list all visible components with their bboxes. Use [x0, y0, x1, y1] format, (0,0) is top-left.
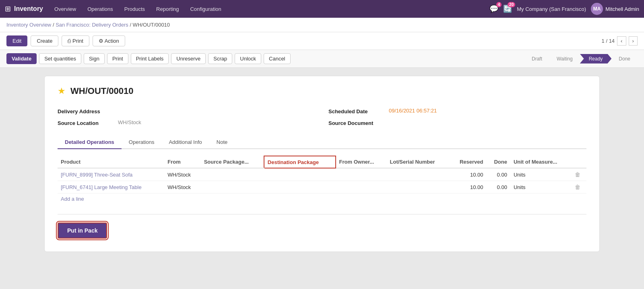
unlock-button[interactable]: Unlock [235, 53, 261, 64]
app-name: Inventory [14, 5, 43, 12]
table-row: [FURN_6741] Large Meeting Table WH/Stock… [58, 181, 586, 193]
menu-overview[interactable]: Overview [50, 4, 81, 15]
menu-operations[interactable]: Operations [83, 4, 118, 15]
breadcrumb-delivery-orders[interactable]: San Francisco: Delivery Orders [56, 22, 128, 28]
source-document-field: Source Document [328, 119, 586, 126]
validate-button[interactable]: Validate [6, 53, 37, 64]
from-cell-1: WH/Stock [164, 168, 200, 181]
print-labels-print-button[interactable]: Print [107, 53, 128, 64]
print-button[interactable]: ⎙ Print [62, 35, 89, 46]
unit-cell-1: Units [510, 168, 572, 181]
col-done: Done [487, 156, 510, 168]
main-content: ★ WH/OUT/00010 Delivery Address Schedule… [0, 68, 644, 260]
destination-package-cell-1[interactable] [264, 168, 336, 181]
status-waiting: Waiting [549, 54, 580, 64]
tab-detailed-operations[interactable]: Detailed Operations [58, 136, 122, 149]
user-avatar: MA [591, 3, 603, 15]
card-title-row: ★ WH/OUT/00010 [58, 86, 586, 96]
menu-configuration[interactable]: Configuration [185, 4, 226, 15]
create-button[interactable]: Create [31, 35, 58, 46]
col-destination-package: Destination Package [264, 156, 336, 168]
username: Mitchell Admin [605, 6, 639, 12]
operations-table: Product From Source Package... Destinati… [58, 156, 586, 193]
prev-page-button[interactable]: ‹ [617, 36, 626, 46]
order-form: Delivery Address Scheduled Date 09/16/20… [58, 108, 586, 126]
app-logo[interactable]: ⊞ Inventory [5, 4, 43, 13]
breadcrumb-inventory[interactable]: Inventory Overview [6, 22, 51, 28]
source-document-label: Source Document [328, 119, 389, 126]
pagination-area: 1 / 14 ‹ › [602, 36, 638, 46]
product-cell-2[interactable]: [FURN_6741] Large Meeting Table [58, 181, 164, 193]
done-cell-1[interactable]: 0.00 [487, 168, 510, 181]
source-location-value[interactable]: WH/Stock [118, 119, 141, 125]
tab-operations[interactable]: Operations [122, 136, 162, 149]
menu-products[interactable]: Products [120, 4, 150, 15]
delivery-address-label: Delivery Address [58, 108, 118, 114]
updates-badge: 20 [508, 2, 515, 7]
col-lot-serial: Lot/Serial Number [387, 156, 450, 168]
col-from-owner: From Owner... [336, 156, 387, 168]
sign-button[interactable]: Sign [84, 53, 105, 64]
unreserve-button[interactable]: Unreserve [171, 53, 206, 64]
company-name: My Company (San Francisco) [517, 6, 586, 12]
edit-toolbar: Edit Create ⎙ Print ⚙ Action 1 / 14 ‹ › [0, 32, 644, 50]
col-unit: Unit of Measure... [510, 156, 572, 168]
source-package-cell-2 [201, 181, 264, 193]
lot-serial-cell-1 [387, 168, 450, 181]
add-line-button[interactable]: Add a line [58, 193, 87, 204]
main-menu: Overview Operations Products Reporting C… [50, 4, 489, 15]
pagination-text: 1 / 14 [602, 38, 615, 44]
col-reserved: Reserved [450, 156, 486, 168]
print-labels-button[interactable]: Print Labels [131, 53, 169, 64]
card-footer: Put in Pack [58, 214, 586, 239]
col-from: From [164, 156, 200, 168]
product-cell-1[interactable]: [FURN_8999] Three-Seat Sofa [58, 168, 164, 181]
source-package-cell-1 [201, 168, 264, 181]
tab-bar: Detailed Operations Operations Additiona… [58, 136, 586, 149]
status-draft: Draft [524, 54, 549, 64]
put-in-pack-button[interactable]: Put in Pack [58, 222, 107, 239]
edit-button[interactable]: Edit [6, 35, 27, 46]
table-row: [FURN_8999] Three-Seat Sofa WH/Stock 10.… [58, 168, 586, 181]
done-cell-2[interactable]: 0.00 [487, 181, 510, 193]
notifications-badge: 4 [496, 2, 502, 7]
favorite-star-icon[interactable]: ★ [58, 86, 66, 96]
from-cell-2: WH/Stock [164, 181, 200, 193]
scheduled-date-label: Scheduled Date [328, 108, 389, 114]
from-owner-cell-2 [336, 181, 387, 193]
destination-package-cell-2[interactable] [264, 181, 336, 193]
status-ready: Ready [580, 54, 612, 64]
menu-reporting[interactable]: Reporting [151, 4, 184, 15]
next-page-button[interactable]: › [629, 36, 638, 46]
col-source-package: Source Package... [201, 156, 264, 168]
source-location-label: Source Location [58, 119, 118, 126]
order-title: WH/OUT/00010 [70, 86, 134, 96]
scheduled-date-field: Scheduled Date 09/16/2021 06:57:21 [328, 108, 586, 114]
delivery-address-field: Delivery Address [58, 108, 316, 114]
cancel-button[interactable]: Cancel [264, 53, 290, 64]
source-location-field: Source Location WH/Stock [58, 119, 316, 126]
delete-row-1-icon[interactable]: 🗑 [575, 171, 580, 178]
reserved-cell-1: 10.00 [450, 168, 486, 181]
breadcrumb: Inventory Overview / San Francisco: Deli… [0, 18, 644, 32]
col-actions [572, 156, 586, 168]
from-owner-cell-1 [336, 168, 387, 181]
col-product: Product [58, 156, 164, 168]
set-quantities-button[interactable]: Set quantities [39, 53, 81, 64]
status-done: Done [611, 54, 638, 64]
scheduled-date-value[interactable]: 09/16/2021 06:57:21 [389, 108, 437, 114]
action-button[interactable]: ⚙ Action [93, 35, 125, 46]
breadcrumb-current: WH/OUT/00010 [133, 22, 170, 28]
top-navigation: ⊞ Inventory Overview Operations Products… [0, 0, 644, 18]
scrap-button[interactable]: Scrap [208, 53, 232, 64]
delivery-order-card: ★ WH/OUT/00010 Delivery Address Schedule… [44, 76, 600, 252]
tab-additional-info[interactable]: Additional Info [161, 136, 209, 149]
notifications-icon[interactable]: 💬 4 [489, 4, 498, 13]
user-menu[interactable]: MA Mitchell Admin [591, 3, 639, 15]
action-bar: Validate Set quantities Sign Print Print… [0, 50, 644, 68]
updates-icon[interactable]: 🔄 20 [503, 4, 512, 13]
lot-serial-cell-2 [387, 181, 450, 193]
unit-cell-2: Units [510, 181, 572, 193]
tab-note[interactable]: Note [209, 136, 235, 149]
delete-row-2-icon[interactable]: 🗑 [575, 184, 580, 190]
